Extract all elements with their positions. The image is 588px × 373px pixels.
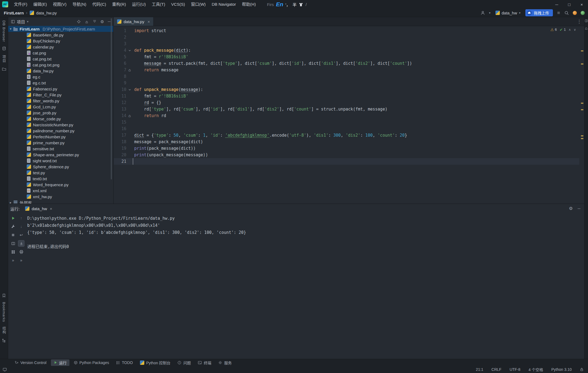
line-number[interactable]: 3 — [114, 41, 126, 47]
error-stripe[interactable] — [580, 26, 584, 204]
tree-item[interactable]: Fabonacci.py — [8, 86, 113, 92]
menubar-item[interactable]: 导航(N) — [69, 2, 89, 7]
ime-language-toggle[interactable]: En — [276, 1, 283, 8]
ime-width-mode[interactable]: 半 — [292, 2, 296, 7]
tree-item[interactable]: Gcd_Lcm.py — [8, 104, 113, 110]
menubar-item[interactable]: 重构(R) — [109, 2, 129, 7]
fold-icon[interactable] — [126, 47, 133, 54]
toolwindow-button[interactable]: 终端 — [195, 359, 214, 366]
close-button[interactable]: × — [575, 0, 588, 9]
drag-upload-button[interactable]: 拖拽上传 — [525, 9, 553, 16]
tree-item[interactable]: PerfectNumber.py — [8, 134, 113, 140]
code-line[interactable]: 2 — [114, 34, 579, 41]
line-number[interactable]: 16 — [114, 126, 126, 132]
editor-tab[interactable]: data_hw.py × — [114, 17, 154, 26]
line-number[interactable]: 5 — [114, 54, 126, 60]
tree-item[interactable]: NarcissisticNumber.py — [8, 122, 113, 128]
line-number[interactable]: 14 — [114, 112, 126, 119]
hide-panel-icon[interactable]: ─ — [578, 207, 580, 210]
settings-icon[interactable]: ⚙ — [100, 20, 104, 24]
toolwindow-button[interactable]: 运行 — [51, 359, 69, 366]
tree-item[interactable]: cat.png.txt.png — [8, 62, 113, 68]
settings-gear-icon[interactable]: ⚙ — [569, 206, 573, 211]
tree-item[interactable]: Base64en_de.py — [8, 32, 113, 38]
menubar-item[interactable]: 文件(F) — [11, 2, 30, 7]
code-line[interactable]: 15 — [114, 119, 579, 126]
close-icon[interactable]: × — [50, 206, 52, 211]
code-line[interactable]: 16 — [114, 126, 579, 132]
code-line[interactable]: 3 — [114, 41, 579, 47]
tree-item[interactable]: cat.png.txt — [8, 56, 113, 62]
fold-icon[interactable] — [126, 86, 133, 93]
tree-item[interactable]: text0.txt — [8, 176, 113, 182]
layout-icon[interactable] — [585, 19, 588, 22]
down-icon[interactable]: ↓ — [18, 223, 24, 230]
line-number[interactable]: 18 — [114, 139, 126, 145]
line-number[interactable]: 10 — [114, 86, 126, 93]
printer-icon[interactable] — [18, 249, 24, 255]
minimize-button[interactable]: ─ — [550, 0, 563, 9]
menubar-item[interactable]: VCS(S) — [168, 2, 188, 7]
line-number[interactable]: 11 — [114, 93, 126, 99]
tree-item[interactable]: Sphere_distence.py — [8, 164, 113, 170]
close-icon[interactable]: × — [148, 19, 150, 24]
tree-item[interactable]: sensitive.txt — [8, 146, 113, 152]
file-encoding[interactable]: UTF-8 — [510, 367, 520, 372]
code-line[interactable]: 20print(unpack_message(message)) — [114, 152, 579, 158]
code-line[interactable]: 19print(pack_message(dict)) — [114, 145, 579, 152]
code-editor[interactable]: 1import struct234def pack_message(dict):… — [114, 26, 579, 204]
line-number[interactable]: 2 — [114, 34, 126, 41]
chevron-right-icon[interactable]: ▸ — [10, 201, 11, 204]
tree-item[interactable]: xml_hw.py — [8, 194, 113, 200]
code-line[interactable]: 7⌂ return message — [114, 67, 579, 73]
code-line[interactable]: 13 rd['type'], rd['csum'], rd['id'], rd[… — [114, 106, 579, 112]
tree-item[interactable]: Shape-area_perimeter.py — [8, 152, 113, 158]
locate-icon[interactable] — [77, 20, 81, 24]
run-console[interactable]: D:\python\python.exe D:/Python_Project/F… — [27, 215, 578, 358]
method-anchor-icon[interactable]: ⌂ — [126, 67, 133, 73]
rerun-icon[interactable] — [10, 215, 16, 221]
toolwindow-db-browser[interactable]: DB Browser — [2, 20, 6, 42]
record-icon[interactable] — [573, 11, 577, 15]
breadcrumb-file[interactable]: data_hw.py — [36, 11, 57, 15]
menubar-item[interactable]: 代码(C) — [89, 2, 109, 7]
collapse-all-icon[interactable] — [85, 20, 89, 24]
inspection-widget[interactable]: ⚠6 ✔1 ∧ ∨ — [550, 27, 576, 32]
tree-item[interactable]: prime_number.py — [8, 140, 113, 146]
chevron-down-icon[interactable]: ▾ — [10, 27, 11, 30]
code-line[interactable]: 21 — [114, 158, 579, 165]
line-number[interactable]: 1 — [114, 27, 126, 34]
tree-item[interactable]: sight word.txt — [8, 158, 113, 164]
line-number[interactable]: 7 — [114, 67, 126, 73]
code-line[interactable]: 1import struct — [114, 27, 579, 34]
scroll-end-icon[interactable] — [18, 240, 24, 247]
notifications-icon[interactable] — [585, 27, 588, 30]
tree-item[interactable]: Word_frequence.py — [8, 182, 113, 188]
tree-item[interactable]: Filter_C_File.py — [8, 92, 113, 98]
tree-root-row[interactable]: ▾FirstLearnD:\Python_Project\FirstLearn — [8, 26, 113, 32]
code-line[interactable]: 12 rd = {} — [114, 99, 579, 106]
line-number[interactable]: 13 — [114, 106, 126, 112]
tree-item[interactable]: BuyChicken.py — [8, 38, 113, 44]
code-line[interactable]: 17dict = {'type': 50, 'csum': 1, 'id': '… — [114, 132, 579, 139]
line-number[interactable]: 9 — [114, 80, 126, 86]
tree-item[interactable]: jose_prob.py — [8, 110, 113, 116]
tree-item[interactable]: Morse_code.py — [8, 116, 113, 122]
python-interpreter[interactable]: Python 3.10 — [551, 367, 572, 372]
toolwindow-button[interactable]: 问题 — [175, 359, 194, 366]
code-line[interactable]: 8 — [114, 73, 579, 80]
split-icon[interactable] — [10, 240, 16, 247]
tree-scrollbar[interactable] — [111, 18, 112, 179]
prev-problem-icon[interactable]: ∧ — [568, 28, 571, 32]
ime-skin-shirt-icon[interactable] — [299, 2, 303, 7]
code-line[interactable]: 6 message = struct.pack(fmt, dict['type'… — [114, 60, 579, 67]
toolwindow-button[interactable]: Version Control — [12, 360, 49, 365]
run-tab[interactable]: data_hw × — [23, 204, 54, 213]
code-line[interactable]: 14⌂ return rd — [114, 112, 579, 119]
wrench-icon[interactable] — [10, 223, 16, 230]
menubar-item[interactable]: 工具(T) — [149, 2, 168, 7]
expand-all-icon[interactable] — [93, 20, 97, 24]
code-line[interactable]: 4def pack_message(dict): — [114, 47, 579, 54]
more-icon[interactable]: » — [10, 257, 16, 264]
grid-icon[interactable] — [10, 249, 16, 255]
